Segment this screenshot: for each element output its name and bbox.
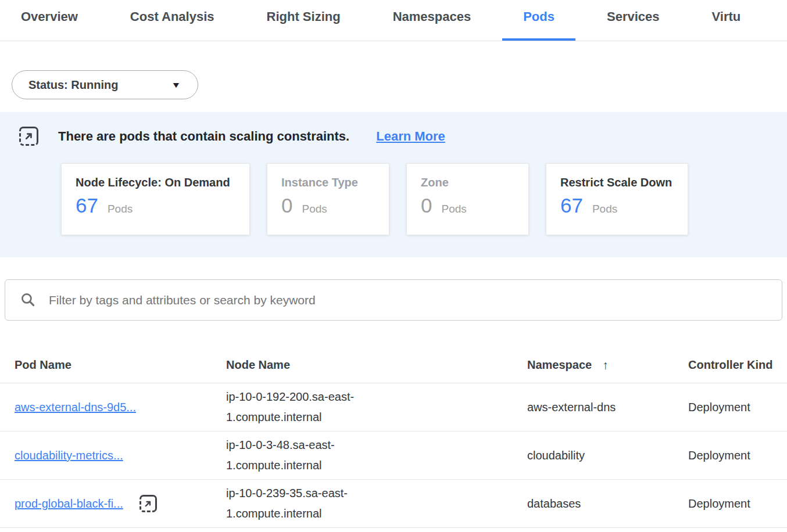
tab-cost-analysis[interactable]: Cost Analysis [109,0,235,41]
controller-kind-cell: Deployment [688,449,787,462]
tab-bar: Overview Cost Analysis Right Sizing Name… [0,0,787,41]
scaling-constraint-icon [139,495,157,512]
constraint-cards: Node Lifecycle: On Demand 67 Pods Instan… [61,163,787,235]
banner-message: There are pods that contain scaling cons… [58,129,349,144]
banner-header: There are pods that contain scaling cons… [19,127,787,146]
card-node-lifecycle[interactable]: Node Lifecycle: On Demand 67 Pods [61,163,250,235]
card-title: Node Lifecycle: On Demand [76,176,235,189]
column-header-node-name[interactable]: Node Name [226,358,527,372]
column-header-controller-kind[interactable]: Controller Kind [688,358,787,372]
card-value: 67 [76,195,98,215]
tab-pods[interactable]: Pods [502,0,575,41]
controller-kind-cell: Deployment [688,401,787,414]
search-bar [5,279,782,321]
table-row: aws-external-dns-9d5... ip-10-0-192-200.… [0,383,787,432]
status-filter-label: Status: Running [28,78,118,92]
namespace-cell: cloudability [527,445,618,466]
scaling-constraints-banner: There are pods that contain scaling cons… [0,112,787,257]
namespace-cell: databases [527,494,618,514]
pod-name-link[interactable]: cloudability-metrics... [15,449,123,462]
card-restrict-scale-down[interactable]: Restrict Scale Down 67 Pods [546,163,688,235]
card-unit: Pods [592,203,617,215]
node-name-cell: ip-10-0-3-48.sa-east-1.compute.internal [226,435,367,476]
pod-name-link[interactable]: prod-global-black-fi... [15,497,123,511]
card-value: 67 [560,195,583,215]
pod-name-link[interactable]: aws-external-dns-9d5... [15,401,136,414]
tab-right-sizing[interactable]: Right Sizing [246,0,362,41]
card-title: Restrict Scale Down [560,176,674,189]
card-unit: Pods [108,203,133,215]
column-header-namespace[interactable]: Namespace ↑ [527,358,688,372]
column-header-pod-name[interactable]: Pod Name [15,358,226,372]
sort-ascending-icon: ↑ [602,358,609,372]
card-title: Instance Type [281,176,375,189]
tab-overview[interactable]: Overview [0,0,99,41]
learn-more-link[interactable]: Learn More [376,129,445,144]
search-icon [20,292,36,308]
namespace-cell: aws-external-dns [527,397,618,418]
scaling-constraint-icon [19,127,38,146]
card-instance-type[interactable]: Instance Type 0 Pods [267,163,389,235]
filter-row: Status: Running ▼ [12,70,787,99]
table-row: cloudability-metrics... ip-10-0-3-48.sa-… [0,432,787,480]
card-title: Zone [421,176,514,189]
table-header-row: Pod Name Node Name Namespace ↑ Controlle… [0,347,787,383]
tab-namespaces[interactable]: Namespaces [372,0,492,41]
table-row: prod-global-black-fi... ip-10-0-239-35.s… [0,480,787,528]
tab-virtual[interactable]: Virtu [691,0,762,41]
tab-services[interactable]: Services [586,0,681,41]
node-name-cell: ip-10-0-192-200.sa-east-1.compute.intern… [226,387,367,427]
search-input[interactable] [48,293,767,308]
card-unit: Pods [302,203,327,215]
status-filter-dropdown[interactable]: Status: Running ▼ [12,70,198,99]
card-value: 0 [421,195,432,215]
card-unit: Pods [441,203,466,215]
card-zone[interactable]: Zone 0 Pods [406,163,529,235]
card-value: 0 [281,195,292,215]
controller-kind-cell: Deployment [688,497,787,511]
chevron-down-icon: ▼ [171,80,181,89]
node-name-cell: ip-10-0-239-35.sa-east-1.compute.interna… [226,483,367,524]
pods-table: Pod Name Node Name Namespace ↑ Controlle… [0,347,787,528]
